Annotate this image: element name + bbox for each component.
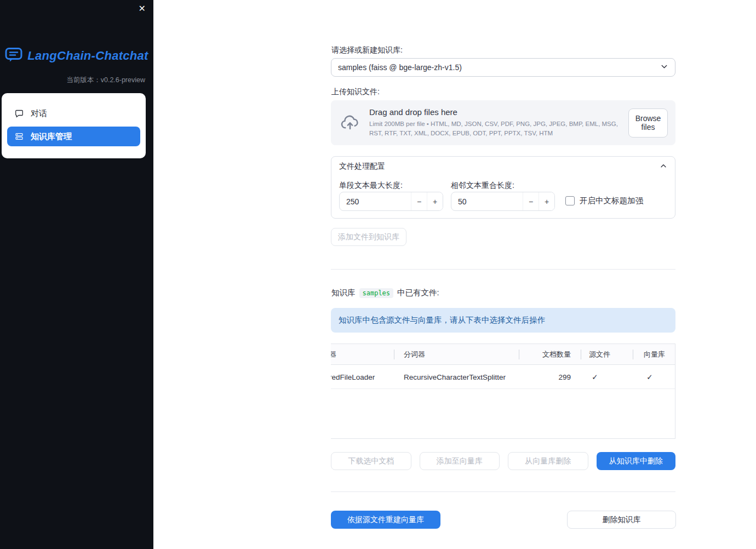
column-header-vector-store[interactable]: 向量库 <box>644 344 665 365</box>
divider <box>331 491 675 492</box>
files-table: 器 分词器 文档数量 源文件 向量库 redFileLoader Recursi… <box>331 344 675 439</box>
chevron-up-icon <box>660 162 667 171</box>
cell-loader: redFileLoader <box>331 365 375 389</box>
chunk-minus-button[interactable]: − <box>411 192 427 210</box>
cell-source-check: ✓ <box>589 365 601 389</box>
logo-chat-icon <box>5 47 22 65</box>
table-row[interactable]: redFileLoader RecursiveCharacterTextSpli… <box>331 365 675 389</box>
kb-stack-icon <box>15 132 24 141</box>
column-header-loader[interactable]: 器 <box>331 344 336 365</box>
zh-title-enhance-checkbox[interactable] <box>565 196 575 205</box>
chunk-plus-button[interactable]: + <box>427 192 443 210</box>
file-dropzone[interactable]: Drag and drop files here Limit 200MB per… <box>331 100 675 145</box>
dropzone-limit: Limit 200MB per file • HTML, MD, JSON, C… <box>369 119 620 138</box>
delete-kb-button[interactable]: 删除知识库 <box>567 511 676 529</box>
expander-title: 文件处理配置 <box>339 162 385 171</box>
delete-from-vector-store-button[interactable]: 从向量库删除 <box>508 452 588 470</box>
dropzone-text: Drag and drop files here Limit 200MB per… <box>369 107 620 138</box>
upload-cloud-icon <box>340 113 360 133</box>
file-config-expander: 文件处理配置 单段文本最大长度: − + 相邻文本重合长度: − + 开启中文标… <box>331 156 675 219</box>
column-separator <box>581 350 581 359</box>
column-header-source-file[interactable]: 源文件 <box>589 344 610 365</box>
overlap-minus-button[interactable]: − <box>523 192 539 210</box>
kb-files-suffix: 中已有文件: <box>397 288 439 298</box>
kb-select-label: 请选择或新建知识库: <box>331 45 403 55</box>
overlap-stepper: − + <box>451 192 555 211</box>
chevron-down-icon <box>660 62 668 72</box>
column-header-splitter[interactable]: 分词器 <box>404 344 425 365</box>
chunk-size-label: 单段文本最大长度: <box>339 181 403 191</box>
sidebar-item-label: 对话 <box>31 108 47 119</box>
sidebar-item-knowledge-base[interactable]: 知识库管理 <box>7 127 140 146</box>
app-logo: LangChain-Chatchat <box>0 47 153 65</box>
app-title: LangChain-Chatchat <box>27 49 148 63</box>
chunk-size-input[interactable] <box>340 192 411 210</box>
sidebar: ✕ LangChain-Chatchat 当前版本：v0.2.6-preview… <box>0 0 153 549</box>
overlap-label: 相邻文本重合长度: <box>451 181 514 191</box>
sidebar-item-label: 知识库管理 <box>31 131 72 142</box>
upload-label: 上传知识文件: <box>331 87 380 97</box>
file-actions-row: 下载选中文档 添加至向量库 从向量库删除 从知识库中删除 <box>331 452 675 470</box>
chat-bubble-icon <box>15 109 24 118</box>
main-content: 请选择或新建知识库: samples (faiss @ bge-large-zh… <box>331 0 676 549</box>
info-banner: 知识库中包含源文件与向量库，请从下表中选择文件后操作 <box>331 308 675 333</box>
zh-title-enhance-row: 开启中文标题加强 <box>565 196 643 206</box>
expander-header[interactable]: 文件处理配置 <box>331 157 675 176</box>
kb-files-prefix: 知识库 <box>331 288 356 298</box>
delete-from-kb-button[interactable]: 从知识库中删除 <box>597 452 676 470</box>
chunk-size-stepper: − + <box>339 192 443 211</box>
table-header: 器 分词器 文档数量 源文件 向量库 <box>331 344 675 365</box>
zh-title-enhance-label: 开启中文标题加强 <box>580 196 643 206</box>
column-separator <box>519 350 519 359</box>
kb-name-code: samples <box>359 288 394 298</box>
column-header-doc-count[interactable]: 文档数量 <box>519 344 571 365</box>
cell-splitter: RecursiveCharacterTextSplitter <box>404 365 506 389</box>
browse-files-button[interactable]: Browse files <box>628 108 668 138</box>
kb-select[interactable]: samples (faiss @ bge-large-zh-v1.5) <box>331 58 675 77</box>
overlap-input[interactable] <box>451 192 523 210</box>
add-to-vector-store-button[interactable]: 添加至向量库 <box>420 452 500 470</box>
kb-files-heading: 知识库 samples 中已有文件: <box>331 288 439 298</box>
sidebar-menu: 对话 知识库管理 <box>2 93 146 158</box>
cell-vector-check: ✓ <box>644 365 656 389</box>
add-files-to-kb-button[interactable]: 添加文件到知识库 <box>331 228 406 246</box>
close-sidebar-icon[interactable]: ✕ <box>139 4 146 13</box>
dropzone-title: Drag and drop files here <box>369 107 620 117</box>
overlap-plus-button[interactable]: + <box>539 192 554 210</box>
version-label: 当前版本：v0.2.6-preview <box>66 76 145 85</box>
cell-doc-count: 299 <box>519 365 571 389</box>
column-separator <box>394 350 394 359</box>
column-separator <box>633 350 633 359</box>
sidebar-item-dialogue[interactable]: 对话 <box>7 102 140 125</box>
download-selected-button[interactable]: 下载选中文档 <box>331 452 411 470</box>
divider <box>331 269 675 270</box>
rebuild-vector-store-button[interactable]: 依据源文件重建向量库 <box>331 511 440 529</box>
kb-select-value: samples (faiss @ bge-large-zh-v1.5) <box>338 63 462 72</box>
